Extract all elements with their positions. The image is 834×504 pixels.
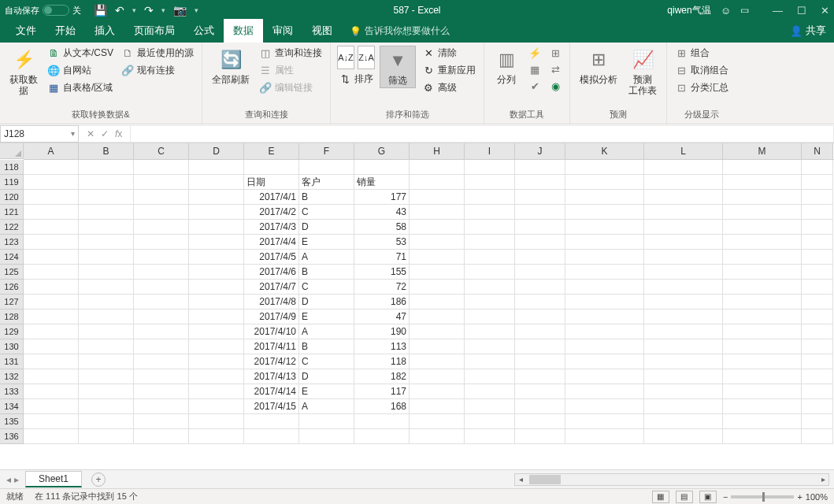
- cell[interactable]: [24, 235, 79, 250]
- cell[interactable]: [465, 250, 515, 265]
- cell[interactable]: [802, 295, 833, 309]
- subtotal-button[interactable]: ⊡分类汇总: [673, 80, 730, 95]
- cell[interactable]: [410, 295, 465, 309]
- cell[interactable]: 2017/4/13: [244, 369, 299, 384]
- sheet-tab[interactable]: Sheet1: [25, 471, 82, 487]
- cell[interactable]: [79, 280, 134, 295]
- fx-icon[interactable]: fx: [115, 128, 122, 139]
- cell[interactable]: [465, 324, 515, 339]
- column-header[interactable]: N: [802, 143, 833, 159]
- column-header[interactable]: C: [134, 143, 189, 159]
- cell[interactable]: 2017/4/1: [244, 190, 299, 205]
- cell[interactable]: [79, 205, 134, 220]
- cell[interactable]: [189, 280, 244, 295]
- row-header[interactable]: 122: [0, 220, 24, 235]
- cell[interactable]: D: [299, 295, 354, 309]
- cell[interactable]: [465, 295, 515, 309]
- cells-area[interactable]: 日期客户销量2017/4/1B1772017/4/2C432017/4/3D58…: [24, 160, 834, 469]
- formula-input[interactable]: [131, 125, 834, 143]
- column-header[interactable]: M: [723, 143, 802, 159]
- cell[interactable]: [723, 339, 802, 354]
- row-header[interactable]: 121: [0, 205, 24, 220]
- share-button[interactable]: 👤 共享: [790, 24, 826, 43]
- cell[interactable]: 71: [354, 250, 410, 265]
- scroll-thumb[interactable]: [529, 475, 561, 484]
- cell[interactable]: [410, 324, 465, 339]
- cell[interactable]: [465, 190, 515, 205]
- cell[interactable]: [134, 309, 189, 324]
- enter-icon[interactable]: ✓: [101, 128, 109, 139]
- cell[interactable]: [189, 384, 244, 399]
- ribbon-display-icon[interactable]: ▭: [740, 5, 749, 16]
- cell[interactable]: D: [299, 369, 354, 384]
- add-sheet-button[interactable]: +: [91, 472, 106, 487]
- cell[interactable]: [723, 280, 802, 295]
- cell[interactable]: [134, 190, 189, 205]
- name-box[interactable]: J128▾: [0, 125, 79, 143]
- cell[interactable]: [244, 160, 299, 175]
- cell[interactable]: [515, 429, 565, 444]
- get-data-button[interactable]: ⚡ 获取数 据: [6, 46, 41, 98]
- cell[interactable]: [515, 324, 565, 339]
- cell[interactable]: [565, 250, 644, 265]
- column-header[interactable]: A: [24, 143, 79, 159]
- cell[interactable]: [723, 384, 802, 399]
- cell[interactable]: 2017/4/8: [244, 295, 299, 309]
- cell[interactable]: [189, 354, 244, 369]
- cell[interactable]: [134, 369, 189, 384]
- cell[interactable]: [79, 220, 134, 235]
- scroll-left-icon[interactable]: ◂: [515, 475, 526, 484]
- cell[interactable]: [134, 339, 189, 354]
- cell[interactable]: [189, 429, 244, 444]
- cell[interactable]: [189, 265, 244, 280]
- cell[interactable]: [24, 354, 79, 369]
- cell[interactable]: [134, 414, 189, 429]
- cell[interactable]: [79, 324, 134, 339]
- ribbon-tab-2[interactable]: 插入: [85, 19, 124, 43]
- column-header[interactable]: H: [410, 143, 465, 159]
- cell[interactable]: 113: [354, 339, 410, 354]
- queries-connections-button[interactable]: ◫查询和连接: [258, 46, 324, 61]
- cell[interactable]: [189, 250, 244, 265]
- cell[interactable]: [802, 399, 833, 414]
- ungroup-button[interactable]: ⊟取消组合: [673, 63, 730, 78]
- cell[interactable]: 2017/4/6: [244, 265, 299, 280]
- cell[interactable]: [134, 220, 189, 235]
- tell-me[interactable]: 💡 告诉我你想要做什么: [350, 24, 450, 43]
- cell[interactable]: [644, 324, 723, 339]
- cell[interactable]: E: [299, 309, 354, 324]
- cell[interactable]: 182: [354, 369, 410, 384]
- normal-view-button[interactable]: ▦: [652, 491, 669, 503]
- cell[interactable]: 销量: [354, 175, 410, 190]
- cell[interactable]: 117: [354, 384, 410, 399]
- cell[interactable]: [189, 235, 244, 250]
- row-header[interactable]: 128: [0, 309, 24, 324]
- cell[interactable]: [565, 354, 644, 369]
- cell[interactable]: [410, 160, 465, 175]
- row-header[interactable]: 135: [0, 414, 24, 429]
- cell[interactable]: [644, 280, 723, 295]
- cell[interactable]: [802, 175, 833, 190]
- column-header[interactable]: G: [354, 143, 410, 159]
- cell[interactable]: [410, 190, 465, 205]
- cell[interactable]: [244, 429, 299, 444]
- cell[interactable]: [723, 309, 802, 324]
- cell[interactable]: [802, 280, 833, 295]
- cell[interactable]: [24, 309, 79, 324]
- cell[interactable]: [565, 429, 644, 444]
- reapply-button[interactable]: ↻重新应用: [421, 63, 477, 78]
- cell[interactable]: [24, 250, 79, 265]
- cell[interactable]: [802, 384, 833, 399]
- cell[interactable]: [565, 324, 644, 339]
- group-button[interactable]: ⊞组合: [673, 46, 730, 61]
- data-validation-button[interactable]: ✔: [527, 79, 543, 93]
- cell[interactable]: [565, 175, 644, 190]
- row-header[interactable]: 131: [0, 354, 24, 369]
- cell[interactable]: [565, 190, 644, 205]
- cell[interactable]: [134, 354, 189, 369]
- cell[interactable]: [354, 429, 410, 444]
- cell[interactable]: [465, 235, 515, 250]
- cell[interactable]: [515, 399, 565, 414]
- cell[interactable]: 2017/4/4: [244, 235, 299, 250]
- cell[interactable]: [644, 295, 723, 309]
